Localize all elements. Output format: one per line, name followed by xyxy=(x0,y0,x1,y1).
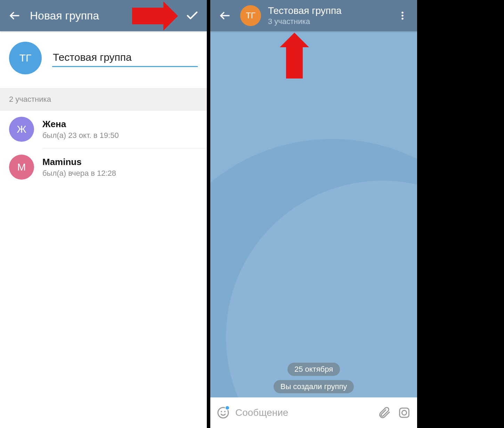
chat-avatar[interactable]: ТГ xyxy=(240,5,261,26)
chat-header-info[interactable]: Тестовая группа 3 участника xyxy=(268,5,387,26)
back-arrow-icon xyxy=(8,9,21,22)
member-row[interactable]: МMaminusбыл(а) вчера в 12:28 xyxy=(0,148,207,186)
member-text: Женабыл(а) 23 окт. в 19:50 xyxy=(42,119,119,140)
member-text: Maminusбыл(а) вчера в 12:28 xyxy=(42,157,116,178)
attach-icon xyxy=(377,406,391,420)
group-name-input[interactable] xyxy=(52,49,198,67)
chat-screen: ТГ Тестовая группа 3 участника 25 октябр… xyxy=(210,0,417,428)
confirm-button[interactable] xyxy=(184,7,201,24)
attach-button[interactable] xyxy=(376,405,392,421)
group-avatar-initials: ТГ xyxy=(19,52,32,64)
member-row[interactable]: ЖЖенабыл(а) 23 окт. в 19:50 xyxy=(0,110,207,148)
member-name: Жена xyxy=(42,119,119,130)
mic-button[interactable] xyxy=(396,405,412,421)
chat-title: Тестовая группа xyxy=(268,5,387,16)
member-name: Maminus xyxy=(42,157,116,167)
date-pill: 25 октября xyxy=(287,363,340,376)
member-avatar: Ж xyxy=(9,117,34,142)
group-name-input-wrap xyxy=(52,49,198,67)
svg-point-6 xyxy=(221,411,222,412)
system-messages: 25 октября Вы создали группу xyxy=(210,363,417,393)
svg-point-7 xyxy=(224,411,226,412)
right-header: ТГ Тестовая группа 3 участника xyxy=(210,0,417,31)
chat-subtitle: 3 участника xyxy=(268,17,387,26)
back-button[interactable] xyxy=(6,7,23,24)
group-avatar[interactable]: ТГ xyxy=(9,42,42,74)
svg-point-4 xyxy=(401,18,404,20)
member-status: был(а) вчера в 12:28 xyxy=(42,169,116,178)
sticker-badge-dot xyxy=(225,405,230,410)
svg-point-9 xyxy=(402,410,406,415)
chat-body[interactable]: 25 октября Вы создали группу xyxy=(210,31,417,397)
pane-divider xyxy=(207,0,210,428)
back-button[interactable] xyxy=(217,7,233,24)
mic-icon xyxy=(397,406,411,420)
new-group-screen: Новая группа ТГ 2 участника ЖЖенабыл(а) … xyxy=(0,0,207,428)
sticker-button[interactable] xyxy=(215,405,231,421)
members-count-label: 2 участника xyxy=(0,88,207,110)
svg-rect-8 xyxy=(400,408,409,418)
system-pill: Вы создали группу xyxy=(274,380,354,393)
more-button[interactable] xyxy=(394,7,411,24)
group-name-row: ТГ xyxy=(0,31,207,88)
svg-point-3 xyxy=(401,15,404,17)
annotation-arrow-up xyxy=(280,33,309,79)
message-composer: Сообщение xyxy=(210,397,417,428)
more-vert-icon xyxy=(397,10,408,21)
back-arrow-icon xyxy=(219,9,231,22)
message-input[interactable]: Сообщение xyxy=(235,407,372,418)
members-list: ЖЖенабыл(а) 23 окт. в 19:50МMaminusбыл(а… xyxy=(0,110,207,186)
member-avatar: М xyxy=(9,155,34,180)
svg-point-2 xyxy=(401,12,404,14)
member-status: был(а) 23 окт. в 19:50 xyxy=(42,131,119,140)
chat-avatar-initials: ТГ xyxy=(246,11,255,20)
check-icon xyxy=(185,9,199,23)
annotation-arrow-right xyxy=(132,1,178,31)
